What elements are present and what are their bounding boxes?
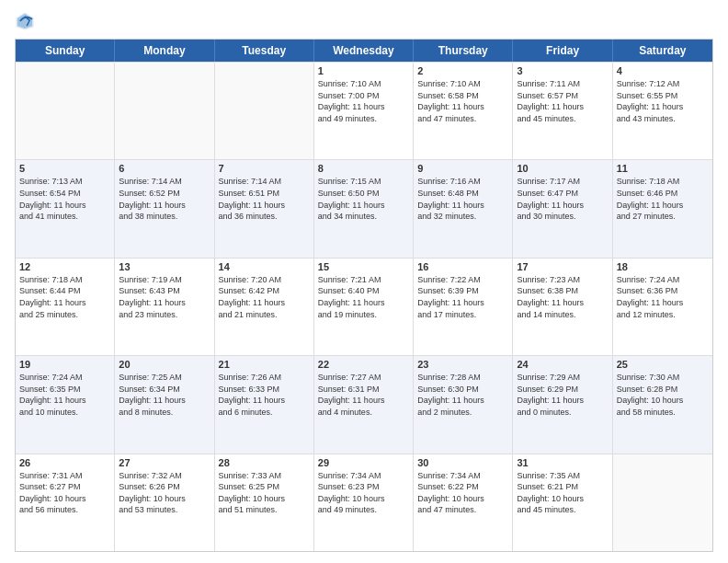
cell-info-line: Daylight: 11 hours xyxy=(119,297,210,309)
cell-info-line: Sunrise: 7:27 AM xyxy=(318,372,409,384)
cell-info-line: Sunrise: 7:16 AM xyxy=(417,176,508,188)
cell-info-line: Sunset: 6:34 PM xyxy=(119,384,210,396)
cal-cell-0-6: 4Sunrise: 7:12 AMSunset: 6:55 PMDaylight… xyxy=(613,63,712,159)
cal-row-3: 19Sunrise: 7:24 AMSunset: 6:35 PMDayligh… xyxy=(16,355,712,453)
cell-info-line: Daylight: 11 hours xyxy=(318,395,409,407)
cell-info-line: Sunrise: 7:34 AM xyxy=(318,470,409,482)
cell-info-line: Sunset: 6:36 PM xyxy=(617,285,709,297)
cell-info-line: Sunset: 6:44 PM xyxy=(19,285,110,297)
cell-info-line: Sunrise: 7:18 AM xyxy=(19,274,110,286)
day-number: 7 xyxy=(219,163,310,174)
cal-cell-3-3: 22Sunrise: 7:27 AMSunset: 6:31 PMDayligh… xyxy=(314,356,414,453)
cell-info-line: Sunrise: 7:12 AM xyxy=(617,78,709,90)
cell-info-line: and 21 minutes. xyxy=(219,309,310,321)
cell-info-line: Sunrise: 7:22 AM xyxy=(417,274,508,286)
day-number: 25 xyxy=(617,359,709,370)
day-number: 15 xyxy=(318,261,409,272)
cell-info-line: Daylight: 11 hours xyxy=(318,297,409,309)
cal-cell-1-2: 7Sunrise: 7:14 AMSunset: 6:51 PMDaylight… xyxy=(215,160,314,257)
cell-info-line: and 36 minutes. xyxy=(219,211,310,223)
cal-cell-3-6: 25Sunrise: 7:30 AMSunset: 6:28 PMDayligh… xyxy=(613,356,712,453)
cell-info-line: and 56 minutes. xyxy=(19,504,110,516)
cal-cell-0-4: 2Sunrise: 7:10 AMSunset: 6:58 PMDaylight… xyxy=(414,63,513,159)
cell-info-line: Sunrise: 7:19 AM xyxy=(119,274,210,286)
day-number: 12 xyxy=(19,261,110,272)
cell-info-line: and 23 minutes. xyxy=(119,309,210,321)
day-number: 18 xyxy=(617,261,709,272)
logo xyxy=(15,11,39,31)
cell-info-line: Sunrise: 7:21 AM xyxy=(318,274,409,286)
cell-info-line: and 27 minutes. xyxy=(617,211,709,223)
cell-info-line: and 58 minutes. xyxy=(617,407,709,419)
cell-info-line: Daylight: 11 hours xyxy=(617,101,709,113)
cal-cell-2-3: 15Sunrise: 7:21 AMSunset: 6:40 PMDayligh… xyxy=(314,259,414,355)
cell-info-line: Daylight: 11 hours xyxy=(417,101,508,113)
cell-info-line: Sunrise: 7:10 AM xyxy=(417,78,508,90)
cell-info-line: Sunrise: 7:14 AM xyxy=(119,176,210,188)
cell-info-line: Sunset: 6:28 PM xyxy=(617,384,709,396)
cell-info-line: Daylight: 11 hours xyxy=(617,200,709,212)
header-day-sunday: Sunday xyxy=(16,40,115,62)
header xyxy=(15,11,713,31)
cell-info-line: Sunset: 6:58 PM xyxy=(417,90,508,102)
cal-cell-1-4: 9Sunrise: 7:16 AMSunset: 6:48 PMDaylight… xyxy=(414,160,513,257)
header-day-tuesday: Tuesday xyxy=(215,40,314,62)
cal-cell-2-4: 16Sunrise: 7:22 AMSunset: 6:39 PMDayligh… xyxy=(414,259,513,355)
cell-info-line: and 10 minutes. xyxy=(19,407,110,419)
cal-cell-4-2: 28Sunrise: 7:33 AMSunset: 6:25 PMDayligh… xyxy=(215,454,314,551)
day-number: 26 xyxy=(19,457,110,468)
cal-cell-2-6: 18Sunrise: 7:24 AMSunset: 6:36 PMDayligh… xyxy=(613,259,712,355)
cal-cell-0-5: 3Sunrise: 7:11 AMSunset: 6:57 PMDaylight… xyxy=(513,63,612,159)
cell-info-line: Sunrise: 7:23 AM xyxy=(517,274,608,286)
cell-info-line: and 53 minutes. xyxy=(119,504,210,516)
cell-info-line: and 47 minutes. xyxy=(417,113,508,125)
cell-info-line: Daylight: 11 hours xyxy=(219,297,310,309)
cell-info-line: Sunset: 6:27 PM xyxy=(19,481,110,493)
day-number: 2 xyxy=(417,65,508,76)
cal-row-4: 26Sunrise: 7:31 AMSunset: 6:27 PMDayligh… xyxy=(16,454,712,551)
cell-info-line: Sunset: 6:35 PM xyxy=(19,384,110,396)
cell-info-line: Sunrise: 7:33 AM xyxy=(219,470,310,482)
day-number: 13 xyxy=(119,261,210,272)
cell-info-line: Daylight: 11 hours xyxy=(19,200,110,212)
cal-cell-1-5: 10Sunrise: 7:17 AMSunset: 6:47 PMDayligh… xyxy=(513,160,612,257)
cell-info-line: and 38 minutes. xyxy=(119,211,210,223)
logo-icon xyxy=(15,11,35,31)
header-day-thursday: Thursday xyxy=(414,40,513,62)
cell-info-line: Sunrise: 7:30 AM xyxy=(617,372,709,384)
cell-info-line: Daylight: 11 hours xyxy=(318,200,409,212)
cell-info-line: and 14 minutes. xyxy=(517,309,608,321)
cell-info-line: Daylight: 11 hours xyxy=(617,297,709,309)
cell-info-line: and 41 minutes. xyxy=(19,211,110,223)
cell-info-line: Daylight: 10 hours xyxy=(219,493,310,505)
cell-info-line: and 34 minutes. xyxy=(318,211,409,223)
cell-info-line: Sunset: 6:57 PM xyxy=(517,90,608,102)
cell-info-line: Sunset: 6:25 PM xyxy=(219,481,310,493)
cell-info-line: Sunrise: 7:31 AM xyxy=(19,470,110,482)
cell-info-line: Daylight: 11 hours xyxy=(517,395,608,407)
header-day-friday: Friday xyxy=(513,40,612,62)
cell-info-line: Sunset: 6:33 PM xyxy=(219,384,310,396)
cal-row-1: 5Sunrise: 7:13 AMSunset: 6:54 PMDaylight… xyxy=(16,159,712,257)
cell-info-line: Daylight: 10 hours xyxy=(517,493,608,505)
cell-info-line: Sunset: 7:00 PM xyxy=(318,90,409,102)
cell-info-line: and 43 minutes. xyxy=(617,113,709,125)
cell-info-line: and 45 minutes. xyxy=(517,504,608,516)
cell-info-line: Sunrise: 7:11 AM xyxy=(517,78,608,90)
cal-cell-1-3: 8Sunrise: 7:15 AMSunset: 6:50 PMDaylight… xyxy=(314,160,414,257)
cell-info-line: Daylight: 11 hours xyxy=(119,200,210,212)
cal-cell-4-4: 30Sunrise: 7:34 AMSunset: 6:22 PMDayligh… xyxy=(414,454,513,551)
day-number: 30 xyxy=(417,457,508,468)
cell-info-line: Sunrise: 7:35 AM xyxy=(517,470,608,482)
day-number: 14 xyxy=(219,261,310,272)
cell-info-line: Sunrise: 7:24 AM xyxy=(19,372,110,384)
cell-info-line: Sunrise: 7:28 AM xyxy=(417,372,508,384)
cell-info-line: and 30 minutes. xyxy=(517,211,608,223)
cal-cell-4-0: 26Sunrise: 7:31 AMSunset: 6:27 PMDayligh… xyxy=(16,454,115,551)
cell-info-line: Sunrise: 7:15 AM xyxy=(318,176,409,188)
day-number: 31 xyxy=(517,457,608,468)
cell-info-line: Daylight: 11 hours xyxy=(417,200,508,212)
cell-info-line: Sunset: 6:43 PM xyxy=(119,285,210,297)
day-number: 28 xyxy=(219,457,310,468)
day-number: 27 xyxy=(119,457,210,468)
